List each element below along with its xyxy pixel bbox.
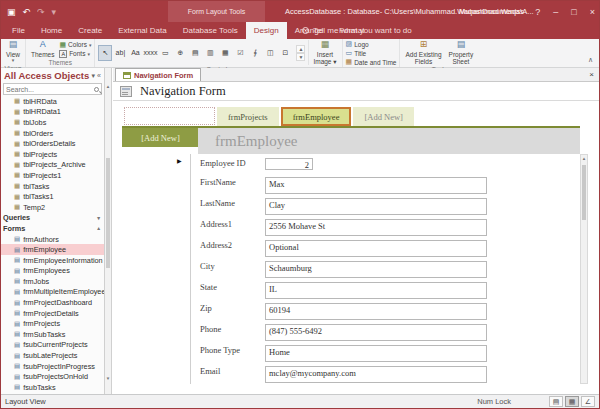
add-existing-fields-button[interactable]: ⊞ Add Existing Fields xyxy=(403,40,443,65)
minimize-button[interactable]: – xyxy=(553,7,558,17)
nav-pane-item[interactable]: ▤ frmJobs xyxy=(1,276,104,287)
record-selector-icon[interactable]: ▶ xyxy=(177,157,182,164)
nav-pane-item[interactable]: ▦ tblJobs xyxy=(1,117,104,128)
logo-button[interactable]: ▨ Logo xyxy=(346,40,397,48)
nav-pane-menu-icon[interactable]: ▾ xyxy=(92,72,96,80)
nav-pane-item[interactable]: Queries ▾ xyxy=(1,213,104,224)
nav-pane-item[interactable]: ▦ tblHRData1 xyxy=(1,107,104,118)
collapse-ribbon-icon[interactable]: ∧ xyxy=(588,56,593,64)
nav-pane-item[interactable]: ▤ fsubCurrentProjects xyxy=(1,340,104,351)
nav-pane-item[interactable]: ▤ fsubProjectsOnHold xyxy=(1,371,104,382)
control-tool-icon[interactable]: ▥ xyxy=(203,45,217,61)
layout-view-icon[interactable]: ▦ xyxy=(565,396,579,407)
nav-pane-title[interactable]: All Access Objects xyxy=(4,70,92,81)
close-document-icon[interactable]: × xyxy=(584,68,599,81)
nav-pane-item[interactable]: ▤ frmEmployeeInformation xyxy=(1,255,104,266)
controls-scroll-up-icon[interactable]: ▲ xyxy=(296,45,305,53)
control-tool-icon[interactable]: ▭ xyxy=(158,45,172,61)
nav-pane-item[interactable]: ▤ fsubProjectInProgress xyxy=(1,361,104,372)
scroll-up-icon[interactable]: ▲ xyxy=(581,155,587,161)
field-input[interactable]: 60194 xyxy=(265,303,487,320)
nav-pane-item[interactable]: ▤ frmAuthors xyxy=(1,234,104,245)
nav-pane-item[interactable]: ▦ tblTasks xyxy=(1,181,104,192)
controls-scroll-down-icon[interactable]: ▼ xyxy=(296,53,305,61)
tell-me-box[interactable]: Tell me what you want to do xyxy=(294,22,420,39)
maximize-button[interactable]: □ xyxy=(571,7,576,17)
nav-pane-item[interactable]: ▦ tblHRData xyxy=(1,96,104,107)
nav-pane-item[interactable]: Forms ▴ xyxy=(1,223,104,234)
property-sheet-button[interactable]: ▤ Property Sheet xyxy=(447,40,476,65)
nav-pane-item[interactable]: ▤ frmProjectDashboard xyxy=(1,297,104,308)
scrollbar-thumb[interactable] xyxy=(106,158,110,268)
colors-button[interactable]: ▦ Colors ▾ xyxy=(59,41,91,49)
fonts-button[interactable]: A Fonts ▾ xyxy=(59,50,91,58)
control-tool-icon[interactable]: ↖ xyxy=(98,45,112,61)
nav-search-box[interactable] xyxy=(3,83,102,95)
date-time-button[interactable]: ▦ Date and Time xyxy=(346,58,397,66)
nav-search-input[interactable] xyxy=(6,86,94,93)
scrollbar-thumb[interactable] xyxy=(582,165,586,220)
save-icon[interactable]: ▣ xyxy=(7,7,16,17)
vertical-add-new-tab[interactable]: [Add New] xyxy=(122,128,199,147)
nav-pane-item[interactable]: ▤ fsubLateProjects xyxy=(1,350,104,361)
close-button[interactable]: × xyxy=(590,7,595,17)
navigation-tab[interactable]: frmEmployee xyxy=(281,107,352,126)
undo-icon[interactable]: ↶ xyxy=(23,7,31,17)
ribbon-tab[interactable]: Design xyxy=(246,22,287,39)
help-button[interactable]: ? xyxy=(535,7,540,17)
control-tool-icon[interactable]: ⊕ xyxy=(173,45,187,61)
nav-pane-item[interactable]: ▤ frmMultipleItemEmployee xyxy=(1,287,104,298)
empty-layout-cell[interactable] xyxy=(124,107,215,125)
nav-pane-item[interactable]: ▦ tblOrders xyxy=(1,128,104,139)
nav-pane-item[interactable]: ▦ tblProjects_Archive xyxy=(1,160,104,171)
navigation-tab[interactable]: [Add New] xyxy=(353,107,413,126)
view-button[interactable]: ▤ View ▾ xyxy=(4,40,22,64)
form-view-icon[interactable]: ▤ xyxy=(549,396,563,407)
control-tool-icon[interactable]: ∮ xyxy=(248,45,262,61)
shutter-bar-close-icon[interactable]: « xyxy=(97,72,101,80)
ribbon-tab[interactable]: File xyxy=(4,22,33,39)
nav-pane-item[interactable]: ▦ tblOrdersDetails xyxy=(1,138,104,149)
redo-icon[interactable]: ↷ xyxy=(37,7,45,17)
qat-customize-icon[interactable]: ▾ xyxy=(52,7,57,17)
field-input[interactable]: Clay xyxy=(265,198,487,215)
nav-pane-item[interactable]: ▤ frmSubTasks xyxy=(1,329,104,340)
scroll-up-icon[interactable]: ▲ xyxy=(105,82,111,90)
nav-pane-scrollbar[interactable]: ▲ ▼ xyxy=(105,68,112,396)
field-input[interactable]: mclay@mycompany.com xyxy=(265,366,487,383)
field-input[interactable]: (847) 555-6492 xyxy=(265,324,487,341)
signed-in-user[interactable]: Muhammad Waqas xyxy=(459,1,524,22)
subform-scrollbar[interactable]: ▲ xyxy=(580,154,588,384)
control-tool-icon[interactable]: ▤ xyxy=(188,45,202,61)
ribbon-tab[interactable]: Create xyxy=(70,22,110,39)
nav-pane-item[interactable]: ▤ fsubTasks xyxy=(1,382,104,393)
scroll-down-icon[interactable]: ▼ xyxy=(105,374,111,382)
ribbon-tab[interactable]: External Data xyxy=(110,22,174,39)
navigation-tab[interactable]: frmProjects xyxy=(217,107,279,126)
control-tool-icon[interactable]: ☑ xyxy=(233,45,247,61)
control-tool-icon[interactable]: Aa xyxy=(128,45,142,61)
themes-button[interactable]: A Themes xyxy=(29,40,56,58)
nav-pane-item[interactable]: ▦ tblTasks1 xyxy=(1,191,104,202)
field-input[interactable]: Optional xyxy=(265,240,487,257)
insert-image-button[interactable]: ▦ Insert Image ▾ xyxy=(308,40,338,65)
ribbon-tab[interactable]: Database Tools xyxy=(175,22,246,39)
nav-pane-item[interactable]: ▤ frmEmployee xyxy=(1,244,104,255)
nav-pane-item[interactable]: ▤ frmEmployees xyxy=(1,266,104,277)
nav-pane-item[interactable]: ▤ frmProjectDetails xyxy=(1,308,104,319)
field-input[interactable]: Max xyxy=(265,177,487,194)
control-tool-icon[interactable]: ▦ xyxy=(218,45,232,61)
ribbon-tab[interactable]: Home xyxy=(33,22,70,39)
control-tool-icon[interactable]: xxxx xyxy=(143,45,157,61)
nav-pane-item[interactable]: ▦ Temp2 xyxy=(1,202,104,213)
document-tab-navigation-form[interactable]: Navigation Form xyxy=(115,68,201,81)
field-input[interactable]: Schaumburg xyxy=(265,261,487,278)
control-tool-icon[interactable]: ab| xyxy=(113,45,127,61)
nav-pane-item[interactable]: ▤ frmProjects xyxy=(1,318,104,329)
control-tool-icon[interactable]: ⊡ xyxy=(278,45,292,61)
field-input[interactable]: 2 xyxy=(265,158,313,170)
control-tool-icon[interactable]: ◫ xyxy=(263,45,277,61)
field-input[interactable]: 2556 Mohave St xyxy=(265,219,487,236)
nav-pane-item[interactable]: ▦ tblProjects1 xyxy=(1,170,104,181)
field-input[interactable]: Home xyxy=(265,345,487,362)
